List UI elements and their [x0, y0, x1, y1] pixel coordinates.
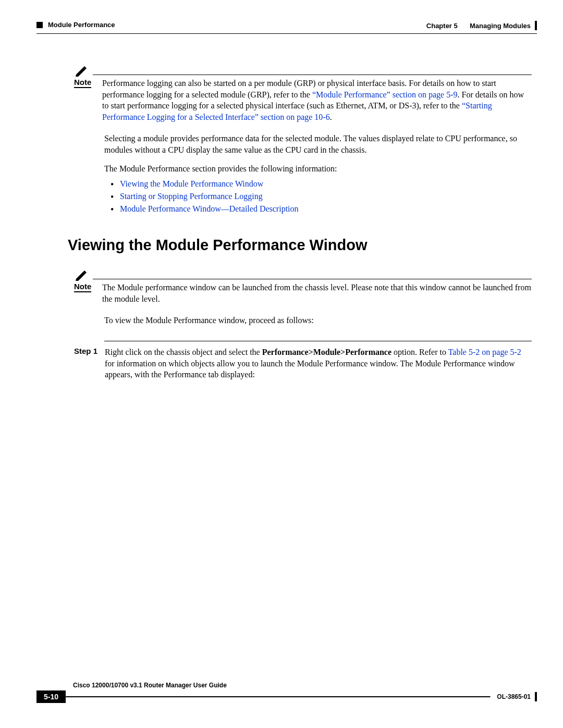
step-text: Right click on the chassis object and se…	[105, 347, 532, 380]
note-label: Note	[74, 78, 91, 88]
paragraph-section-info: The Module Performance section provides …	[104, 163, 532, 175]
doc-number: OL-3865-01	[497, 693, 531, 700]
toc-link-detailed[interactable]: Module Performance Window—Detailed Descr…	[111, 204, 532, 214]
paragraph-proceed: To view the Module Performance window, p…	[104, 315, 532, 326]
toc-list: Viewing the Module Performance Window St…	[111, 179, 532, 214]
paragraph-selecting-module: Selecting a module provides performance …	[104, 133, 532, 155]
note-text-2: The Module performance window can be lau…	[102, 282, 532, 304]
step-block: Step 1 Right click on the chassis object…	[74, 341, 532, 380]
header-marker-icon	[36, 22, 43, 28]
header-section: Module Performance	[48, 21, 115, 29]
header-chapter-label: Chapter 5	[426, 22, 458, 30]
page-footer: Cisco 12000/10700 v3.1 Router Manager Us…	[36, 682, 537, 703]
page-header: Module Performance Chapter 5 Managing Mo…	[36, 21, 537, 30]
pencil-icon	[74, 65, 89, 77]
note-block-2: Note The Module performance window can b…	[74, 269, 532, 304]
menu-path: Performance>Module>Performance	[262, 348, 391, 356]
note-label: Note	[74, 282, 91, 292]
header-end-bar-icon	[535, 21, 537, 30]
header-rule	[36, 33, 537, 34]
note-text-1: Performance logging can also be started …	[102, 78, 532, 122]
toc-link-viewing[interactable]: Viewing the Module Performance Window	[111, 179, 532, 189]
note-block-1: Note Performance logging can also be sta…	[74, 65, 532, 122]
section-heading: Viewing the Module Performance Window	[68, 237, 532, 254]
page-number: 5-10	[36, 690, 66, 703]
link-module-performance[interactable]: “Module Performance” section on page 5-9	[312, 90, 458, 99]
header-chapter-title: Managing Modules	[470, 22, 531, 30]
step-label: Step 1	[74, 347, 97, 355]
pencil-icon	[74, 269, 89, 281]
toc-link-starting[interactable]: Starting or Stopping Performance Logging	[111, 192, 532, 201]
link-table-5-2[interactable]: Table 5-2 on page 5-2	[448, 348, 521, 356]
footer-guide-title: Cisco 12000/10700 v3.1 Router Manager Us…	[73, 682, 537, 689]
footer-end-bar-icon	[535, 692, 537, 701]
